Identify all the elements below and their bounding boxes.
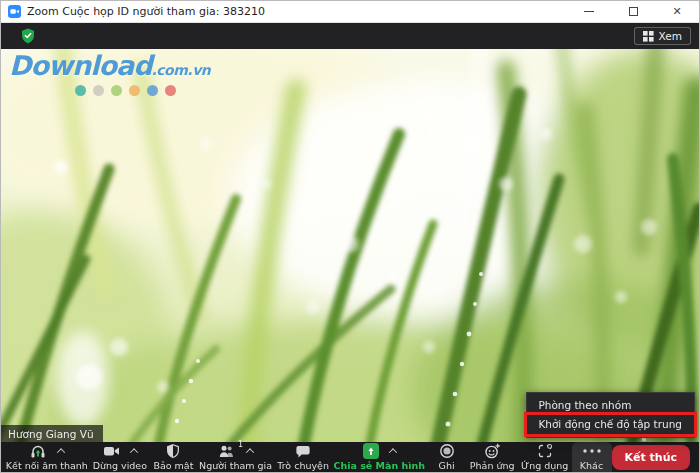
share-screen-button[interactable]: Chia sẻ Màn hình (332, 442, 427, 472)
title-bar: Zoom Cuộc họp ID người tham gia: 383210 … (1, 1, 699, 23)
headphones-audio-icon (29, 443, 47, 459)
join-audio-label: Kết nối âm thanh (6, 460, 88, 471)
reactions-smiley-icon (484, 443, 501, 459)
video-options-caret-icon[interactable] (130, 448, 138, 456)
more-label: Khác (580, 460, 603, 471)
participants-count-badge: 1 (238, 440, 243, 449)
watermark-dot (129, 85, 140, 96)
participants-people-icon (218, 444, 236, 459)
close-button[interactable]: ✕ (655, 1, 699, 22)
minimize-button[interactable] (567, 1, 611, 22)
participants-button[interactable]: 1 Người tham gia (197, 442, 274, 472)
chat-label: Trò chuyện (277, 460, 329, 471)
record-icon (439, 443, 455, 459)
video-camera-icon (103, 444, 120, 458)
reactions-label: Phản ứng (470, 460, 515, 471)
watermark-dot (165, 85, 176, 96)
stop-video-label: Dừng video (93, 460, 147, 471)
watermark-dot (147, 85, 158, 96)
security-shield-icon (165, 443, 181, 459)
more-context-menu: Phòng theo nhóm Khởi động chế độ tập tru… (526, 392, 695, 438)
download-watermark-logo: Download.com.vn (9, 52, 210, 96)
reactions-button[interactable]: Phản ứng (467, 442, 518, 472)
apps-label: Ứng dụng (521, 460, 568, 471)
security-button[interactable]: Bảo mật (150, 442, 197, 472)
meeting-toolbar: Kết nối âm thanh Dừng video Bảo mật (1, 442, 699, 472)
more-dots-icon (582, 448, 602, 454)
participants-options-caret-icon[interactable] (246, 448, 254, 456)
watermark-dot (93, 85, 104, 96)
stop-video-button[interactable]: Dừng video (90, 442, 150, 472)
more-button[interactable]: Khác (572, 442, 612, 472)
chat-bubble-icon (295, 444, 311, 459)
participants-label: Người tham gia (199, 460, 272, 471)
watermark-suffix-text: .com.vn (151, 63, 210, 77)
join-audio-button[interactable]: Kết nối âm thanh (4, 442, 90, 472)
encryption-shield-icon[interactable] (21, 28, 35, 44)
record-button[interactable]: Ghi (427, 442, 467, 472)
zoom-app-icon (8, 5, 21, 18)
chat-button[interactable]: Trò chuyện (274, 442, 332, 472)
zoom-meeting-window: Zoom Cuộc họp ID người tham gia: 383210 … (0, 0, 700, 473)
watermark-dot (75, 85, 86, 96)
maximize-button[interactable] (611, 1, 655, 22)
video-stage: Download.com.vn Hương Giang Vũ (1, 49, 700, 444)
meeting-header-bar: Xem (1, 23, 699, 49)
end-meeting-button[interactable]: Kết thúc (612, 445, 691, 470)
record-label: Ghi (439, 460, 455, 471)
apps-icon (537, 443, 553, 459)
minimize-icon (584, 11, 594, 12)
share-screen-icon (363, 443, 379, 459)
apps-button[interactable]: Ứng dụng (518, 442, 572, 472)
share-screen-label: Chia sẻ Màn hình (333, 460, 425, 471)
grass-background-image (1, 49, 700, 444)
menu-item-start-focus-mode[interactable]: Khởi động chế độ tập trung (527, 415, 694, 434)
maximize-icon (629, 7, 638, 16)
close-icon: ✕ (672, 6, 681, 17)
watermark-dots (75, 85, 210, 96)
watermark-dot (111, 85, 122, 96)
view-button[interactable]: Xem (634, 27, 691, 45)
window-title: Zoom Cuộc họp ID người tham gia: 383210 (27, 5, 265, 18)
menu-item-breakout-rooms[interactable]: Phòng theo nhóm (527, 396, 694, 415)
watermark-brand-text: Download (9, 52, 151, 79)
view-grid-icon (643, 31, 654, 42)
audio-options-caret-icon[interactable] (57, 448, 65, 456)
window-controls: ✕ (567, 1, 699, 22)
security-label: Bảo mật (153, 460, 193, 471)
share-options-caret-icon[interactable] (388, 448, 396, 456)
view-button-label: Xem (659, 30, 682, 42)
participant-name-tag: Hương Giang Vũ (1, 425, 103, 443)
